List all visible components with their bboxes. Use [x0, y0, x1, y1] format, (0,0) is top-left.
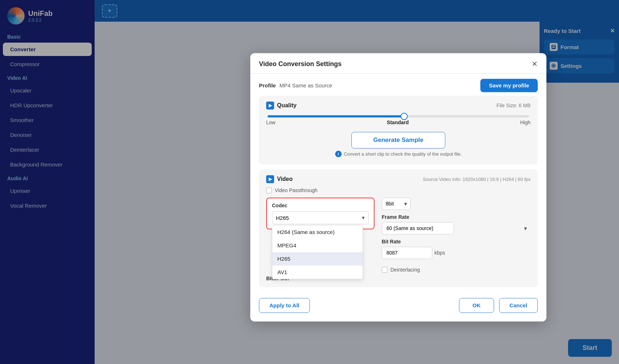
codec-select-display[interactable]: H265 ▾: [272, 211, 369, 224]
codec-option-h264[interactable]: H264 (Same as source): [272, 225, 363, 239]
frame-rate-select[interactable]: 60 (Same as source) 30 24 25 50 120: [382, 222, 454, 234]
passthrough-checkbox[interactable]: [266, 187, 272, 193]
bit-depth-select[interactable]: 8bit 10bit: [382, 198, 411, 210]
quality-header: ▶ Quality File Size: 6 MB: [266, 101, 531, 109]
quality-slider[interactable]: Low Standard High: [266, 114, 531, 128]
cancel-button[interactable]: Cancel: [499, 298, 538, 313]
save-profile-button[interactable]: Save my profile: [480, 79, 538, 92]
dialog-close-button[interactable]: ✕: [532, 60, 538, 68]
frame-rate-select-wrap: 60 (Same as source) 30 24 25 50 120 ▾: [382, 222, 531, 234]
codec-dropdown: H264 (Same as source) MPEG4 H265 AV1: [272, 225, 363, 279]
deinterlacing-row: Deinterlacing: [382, 267, 531, 273]
codec-label: Codec: [272, 203, 369, 208]
footer-right: OK Cancel: [459, 298, 538, 313]
deinterlacing-label: Deinterlacing: [390, 267, 420, 273]
video-section: ▶ Video Source Video Info: 1920x1080 | 1…: [259, 169, 538, 287]
quality-section: ▶ Quality File Size: 6 MB Low Standard H…: [259, 96, 538, 164]
codec-option-mpeg4[interactable]: MPEG4: [272, 239, 363, 252]
frame-rate-group: Frame Rate 60 (Same as source) 30 24 25 …: [382, 214, 531, 234]
codec-option-av1[interactable]: AV1: [272, 265, 363, 279]
video-controls: 8bit 10bit ▾ Frame Rate 60 (Same as sour…: [382, 198, 531, 273]
bit-rate-group: Bit Rate kbps: [382, 239, 531, 259]
codec-select-container: H265 ▾ H264 (Same as source) MPEG4 H265 …: [272, 211, 369, 224]
profile-value: MP4 Same as Source: [280, 82, 332, 88]
slider-high: High: [520, 120, 531, 125]
passthrough-label: Video Passthrough: [275, 187, 317, 193]
codec-selected-value: H265: [276, 215, 289, 221]
video-source-info: Source Video Info: 1920x1080 | 16:9 | H2…: [423, 177, 531, 182]
slider-fill: [268, 115, 403, 117]
info-icon: i: [335, 151, 342, 157]
ok-button[interactable]: OK: [459, 298, 494, 313]
codec-option-h265[interactable]: H265: [272, 252, 363, 265]
video-conversion-dialog: Video Conversion Settings ✕ Profile MP4 …: [250, 53, 546, 321]
slider-track: [268, 115, 529, 117]
apply-all-button[interactable]: Apply to All: [259, 298, 310, 313]
codec-bitdepth-row: 8bit 10bit ▾: [382, 198, 531, 210]
profile-row: Profile MP4 Same as Source Save my profi…: [259, 74, 538, 96]
file-size: File Size: 6 MB: [497, 103, 531, 108]
generate-info: i Convert a short clip to check the qual…: [266, 151, 531, 157]
frame-rate-label: Frame Rate: [382, 214, 531, 220]
codec-dropdown-arrow: ▾: [362, 214, 365, 221]
dialog-body: Profile MP4 Same as Source Save my profi…: [250, 74, 546, 287]
bit-rate-input[interactable]: [382, 247, 432, 259]
deinterlacing-checkbox[interactable]: [382, 267, 388, 273]
codec-frame: Codec H265 ▾ H264 (Same as source) MPEG4…: [266, 198, 375, 229]
kbps-label: kbps: [434, 250, 445, 256]
passthrough-row: Video Passthrough: [266, 187, 531, 193]
quality-title: ▶ Quality: [266, 101, 296, 109]
profile-label: Profile MP4 Same as Source: [259, 82, 332, 88]
dialog-header: Video Conversion Settings ✕: [250, 53, 546, 74]
slider-labels: Low Standard High: [266, 120, 531, 125]
video-header: ▶ Video Source Video Info: 1920x1080 | 1…: [266, 175, 531, 183]
bit-rate-row: kbps: [382, 247, 531, 259]
video-title: ▶ Video: [266, 175, 293, 183]
slider-mid: Standard: [387, 120, 409, 125]
slider-thumb[interactable]: [401, 113, 408, 120]
video-icon: ▶: [266, 175, 274, 183]
frame-rate-arrow-icon: ▾: [524, 225, 527, 232]
slider-low: Low: [266, 120, 276, 125]
bit-depth-select-wrap: 8bit 10bit ▾: [382, 198, 411, 210]
generate-sample-button[interactable]: Generate Sample: [351, 132, 446, 148]
bit-rate-label: Bit Rate: [382, 239, 531, 244]
dialog-title: Video Conversion Settings: [259, 60, 342, 68]
quality-icon: ▶: [266, 101, 274, 109]
dialog-footer: Apply to All OK Cancel: [250, 292, 546, 313]
